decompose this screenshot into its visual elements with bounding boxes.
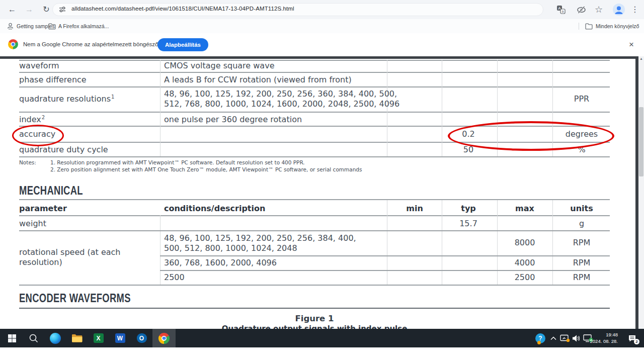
spec-param: quadrature resolutions1 — [19, 94, 114, 104]
table-divider — [19, 156, 610, 157]
spec-param-superscript: 2 — [42, 115, 45, 120]
chrome-logo-icon — [8, 39, 18, 49]
spec-param: phase difference — [19, 75, 87, 84]
mech-weight-typ: 15.7 — [438, 219, 499, 228]
column-header-conditions: conditions/description — [164, 204, 265, 213]
windows-logo-icon — [8, 334, 16, 342]
table-column-divider — [160, 60, 160, 156]
section-title-mechanical: MECHANICAL — [19, 184, 83, 198]
outlook-button[interactable]: O — [131, 329, 152, 347]
annotation-ellipse-value — [448, 121, 614, 151]
folder-icon — [48, 23, 56, 32]
edge-icon — [50, 333, 61, 344]
notification-count-badge: 2 — [634, 339, 639, 344]
screen: ← → ↻ alldatasheet.com/datasheet-pdf/vie… — [0, 0, 644, 362]
translate-icon[interactable]: A a — [556, 5, 566, 14]
mech-rot-units: RPM — [551, 273, 612, 282]
mech-param-rotational-line1: rotational speed (at each — [19, 247, 121, 257]
spec-desc: A leads B for CCW rotation (viewed from … — [164, 75, 352, 84]
chrome-button-active[interactable] — [152, 329, 176, 347]
back-icon[interactable]: ← — [6, 4, 18, 16]
folder-icon — [585, 23, 593, 32]
url-text[interactable]: alldatasheet.com/datasheet-pdf/view/1061… — [71, 6, 294, 12]
word-button[interactable]: W — [109, 329, 131, 347]
clock[interactable]: 19:48 2024. 08. 28. — [579, 332, 618, 344]
spec-param: quadrature duty cycle — [19, 145, 108, 154]
column-header-max: max — [495, 204, 555, 213]
mech-rot-max: 4000 — [495, 258, 555, 267]
forward-icon[interactable]: → — [23, 4, 35, 16]
menu-dots-icon[interactable]: ⋮ — [631, 5, 639, 14]
figure-caption-text: Quadrature output signals with index pul… — [222, 324, 408, 329]
note-line: 1. Resolution programmed with AMT Viewpo… — [50, 159, 305, 165]
set-default-button[interactable]: Alapbeállítás — [157, 38, 208, 51]
help-tray-button[interactable]: ? — [533, 329, 547, 347]
excel-button[interactable]: X — [88, 329, 109, 347]
scrollbar-track[interactable] — [638, 56, 644, 329]
column-header-min: min — [384, 204, 445, 213]
action-center-button[interactable]: 2 — [624, 329, 641, 347]
help-notification-dot — [537, 341, 541, 344]
clock-date: 2024. 08. 28. — [579, 338, 618, 345]
all-bookmarks-button[interactable]: Minden könyvjelző — [596, 22, 639, 30]
spec-desc: CMOS voltage square wave — [164, 61, 274, 70]
section-title-encoder-waveforms: ENCODER WAVEFORMS — [19, 292, 131, 305]
browser-toolbar: ← → ↻ alldatasheet.com/datasheet-pdf/vie… — [0, 0, 644, 20]
file-explorer-icon — [71, 334, 83, 343]
search-button[interactable] — [23, 329, 44, 347]
scrollbar-thumb[interactable] — [639, 107, 643, 176]
infobar-message: Nem a Google Chrome az alapértelmezett b… — [23, 41, 158, 47]
spec-desc-line2: 512, 768, 800, 1000, 1024, 1600, 2000, 2… — [164, 99, 399, 109]
mech-rot-max: 8000 — [495, 238, 555, 247]
scroll-up-arrow-icon[interactable]: ▲ — [639, 57, 643, 60]
word-icon: W — [115, 333, 125, 343]
mech-rot-desc: 2500 — [164, 273, 185, 282]
mech-rot-units: RPM — [551, 258, 612, 267]
default-browser-infobar: Nem a Google Chrome az alapértelmezett b… — [0, 33, 644, 56]
table-column-divider — [442, 200, 442, 285]
bookmark-favicon-person-icon — [7, 22, 14, 32]
mech-rot-max: 2500 — [495, 273, 555, 282]
outlook-icon: O — [137, 333, 147, 343]
column-header-typ: typ — [438, 204, 499, 213]
mech-param-rotational-line2: resolution) — [19, 257, 62, 267]
profile-avatar[interactable] — [613, 4, 625, 18]
chevron-up-icon — [550, 336, 556, 340]
note-line: 2. Zero position alignment set with AMT … — [50, 166, 362, 172]
mech-rot-desc-line2: 500, 512, 800, 1000, 1024, 2048 — [164, 243, 297, 253]
reload-icon[interactable]: ↻ — [40, 4, 52, 16]
column-header-units: units — [551, 204, 612, 213]
figure-caption-clipped: Quadrature output signals with index pul… — [19, 324, 610, 329]
screen-share-icon — [560, 334, 570, 342]
mech-rot-desc-line1: 48, 96, 100, 125, 192, 200, 250, 256, 38… — [164, 233, 356, 243]
mech-rot-desc: 360, 768, 1600, 2000, 4096 — [164, 258, 277, 267]
site-info-icon[interactable] — [58, 6, 66, 14]
table-column-divider — [442, 60, 442, 156]
spec-param-text: quadrature resolutions — [19, 94, 111, 104]
bookmark-star-icon[interactable]: ☆ — [595, 4, 603, 15]
bookmarks-divider — [579, 23, 579, 30]
table-column-divider — [387, 200, 387, 285]
taskbar: X W O ? — [0, 329, 644, 347]
spec-param: index2 — [19, 115, 45, 124]
mech-rot-units: RPM — [551, 238, 612, 247]
table-divider — [19, 230, 610, 231]
figure-label: Figure 1 — [19, 314, 610, 323]
tray-expand-button[interactable] — [548, 329, 558, 347]
table-subdivider — [160, 255, 610, 256]
search-icon — [29, 333, 39, 343]
bookmark-folder-item[interactable]: A Firefox alkalmazá... — [58, 22, 109, 30]
spec-desc-line1: 48, 96, 100, 125, 192, 200, 250, 256, 36… — [164, 89, 397, 99]
edge-button[interactable] — [44, 329, 66, 347]
chrome-icon — [158, 333, 170, 344]
svg-text:a: a — [562, 10, 564, 13]
table-subdivider — [160, 270, 610, 271]
eye-off-icon[interactable] — [577, 5, 586, 15]
spec-units: PPR — [551, 94, 612, 104]
spec-param: waveform — [19, 61, 59, 70]
mech-param-weight: weight — [19, 219, 46, 228]
infobar-close-icon[interactable]: × — [629, 40, 634, 50]
start-button[interactable] — [1, 329, 23, 347]
pdf-page-top-edge — [0, 56, 636, 59]
file-explorer-button[interactable] — [66, 329, 88, 347]
